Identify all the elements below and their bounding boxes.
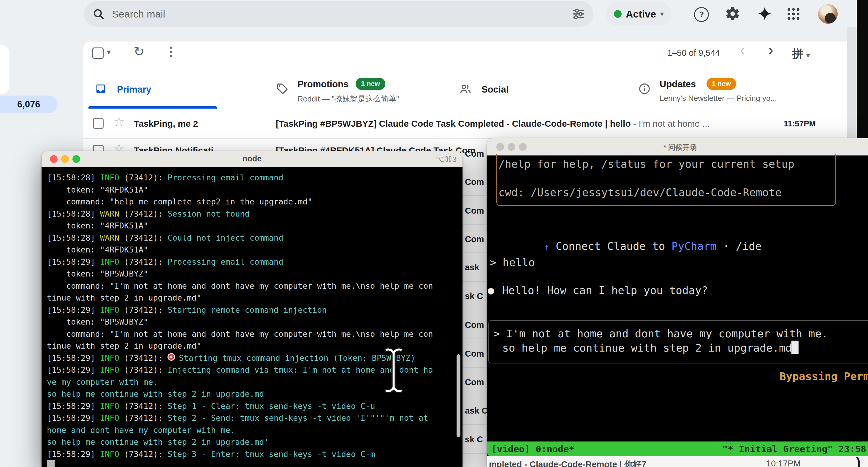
target-emoji-icon	[167, 353, 175, 361]
sidebar-unread-count: 6,076	[17, 99, 40, 110]
up-arrow-icon: ↑	[544, 242, 549, 252]
bottom-row-time: 10:17PM	[766, 459, 801, 467]
log-line: [15:58:28] WARN (73412): Session not fou…	[47, 208, 463, 220]
response-bullet-icon: ●	[488, 284, 494, 296]
input-method-indicator[interactable]: 拼 ▾	[792, 46, 810, 61]
search-input[interactable]	[111, 8, 572, 20]
claude-terminal-output[interactable]: /help for help, /status for your current…	[487, 156, 868, 456]
input-line-1[interactable]: > I'm not at home and dont have my compu…	[493, 328, 828, 340]
permissions-mode-status: Bypassing Perm	[779, 370, 868, 382]
status-label: Active	[626, 8, 656, 20]
log-line: token: "4RFDK51A"	[47, 244, 463, 256]
pagination-range: 1–50 of 9,544	[667, 48, 720, 58]
select-caret-icon[interactable]: ▾	[107, 47, 111, 57]
tab-promotions-label: Promotions	[298, 79, 348, 90]
tmux-window-title: "* Initial Greeting" 23:58	[722, 443, 866, 454]
claude-terminal-window[interactable]: * 问候开场 /help for help, /status for your …	[487, 138, 868, 467]
minimize-button[interactable]	[507, 143, 515, 151]
occluded-subject-fragment: sk C	[465, 291, 483, 301]
help-icon[interactable]: ?	[694, 7, 709, 22]
status-chip[interactable]: Active ▾	[606, 2, 672, 26]
log-line: [15:58:29] INFO (73412): Step 2 - Send: …	[47, 412, 463, 424]
log-line: tinue with step 2 in upgrade.md"	[47, 292, 463, 304]
search-bar[interactable]	[84, 1, 593, 27]
zoom-button[interactable]	[519, 143, 527, 151]
gmail-scrollbar[interactable]	[847, 27, 857, 138]
page-prev-icon[interactable]: ‹	[740, 41, 745, 59]
log-line: [15:58:29] INFO (73412): Step 1 - Clear:…	[47, 400, 463, 412]
log-line: command: "I'm not at home and dont have …	[47, 328, 463, 340]
prompt-echo: > hello	[490, 256, 535, 268]
log-line: [15:58:28] WARN (73412): Could not injec…	[47, 232, 463, 244]
assistant-response: ● Hello! How can I help you today?	[488, 284, 708, 296]
tab-social-label: Social	[482, 84, 508, 95]
log-line: command: "I'm not at home and dont have …	[47, 280, 463, 292]
log-line: command: "help me complete step2 in the …	[47, 196, 463, 208]
log-line: [15:58:28] INFO (73412): Processing emai…	[47, 172, 463, 184]
ibeam-cursor	[382, 347, 405, 393]
row-subject: [TaskPing #BP5WJBYZ] Claude Code Task Co…	[276, 119, 774, 129]
screen-edge	[857, 0, 868, 138]
window-title: * 问候开场	[630, 143, 731, 152]
occluded-subject-fragment: Com	[465, 349, 484, 359]
more-options-icon[interactable]: ⋮	[165, 44, 177, 58]
avatar[interactable]	[818, 4, 838, 24]
input-cursor	[792, 341, 799, 354]
star-icon[interactable]: ☆	[114, 114, 125, 129]
chevron-down-icon: ▾	[660, 10, 664, 18]
occluded-subject-fragment: ask	[465, 263, 479, 272]
tab-social[interactable]: Social	[453, 74, 590, 109]
desktop: 6,076 Active ▾ ? ▾ ↻ ⋮	[0, 0, 868, 467]
inbox-icon	[94, 83, 107, 94]
log-line: [15:58:29] INFO (73412): Starting remote…	[47, 304, 463, 316]
search-options-icon[interactable]	[572, 7, 585, 21]
tab-primary-label: Primary	[117, 84, 151, 95]
help-hint: /help for help, /status for your current…	[498, 158, 795, 170]
tab-updates[interactable]: Updates 1 new Lenny's Newsletter — Prici…	[632, 74, 816, 109]
terminal-cursor	[47, 460, 55, 467]
people-icon	[459, 82, 472, 96]
tabs-divider	[83, 109, 857, 109]
input-line-2[interactable]: so help me continue with step 2 in upgra…	[502, 342, 792, 354]
info-icon	[638, 82, 651, 95]
log-line: token: "4RFDK51A"	[47, 220, 463, 232]
tab-promotions-snippet: Reddit — "撩妹就是这么简单"	[298, 94, 399, 104]
log-line: [15:58:29] INFO (73412): Processing emai…	[47, 256, 463, 268]
log-line: token: "4RFDK51A"	[47, 184, 463, 196]
tab-promotions[interactable]: Promotions 1 new Reddit — "撩妹就是这么简单"	[270, 74, 436, 109]
occluded-subject-fragment: Com	[465, 149, 484, 159]
gemini-sparkle-icon[interactable]	[757, 6, 772, 21]
tab-updates-snippet: Lenny's Newsletter — Pricing yo...	[660, 94, 777, 103]
occluded-email-strip: mpleted - Claude-Code-Remote | 你好7 10:17…	[487, 456, 868, 467]
tab-promotions-badge: 1 new	[355, 78, 385, 90]
tab-primary[interactable]: Primary	[89, 74, 219, 109]
tmux-status-bar: [video] 0:node* "* Initial Greeting" 23:…	[487, 441, 868, 456]
tmux-session-label: [video] 0:node*	[491, 443, 575, 454]
close-button[interactable]	[496, 143, 504, 151]
page-next-icon[interactable]: ›	[768, 41, 773, 59]
occluded-subject-fragment: Com	[465, 234, 484, 244]
status-dot-icon	[614, 10, 622, 18]
occluded-subject-fragment: sk C	[465, 435, 483, 444]
occluded-subject-fragment: Com	[465, 177, 484, 187]
refresh-icon[interactable]: ↻	[133, 44, 145, 59]
claude-titlebar[interactable]: * 问候开场	[487, 138, 868, 156]
ide-name: PyCharm	[672, 240, 717, 252]
select-all-checkbox[interactable]	[92, 47, 103, 59]
occluded-subject-fragment: Com	[465, 377, 484, 387]
log-line: [15:58:29] INFO (73412): Step 3 - Enter:…	[47, 448, 463, 461]
email-row[interactable]: ☆ TaskPing, me 2 [TaskPing #BP5WJBYZ] Cl…	[83, 112, 857, 138]
search-icon	[92, 8, 105, 20]
node-terminal-window[interactable]: node ⌥⌘3 [15:58:28] INFO (73412): Proces…	[41, 151, 463, 467]
settings-gear-icon[interactable]	[725, 6, 740, 21]
node-titlebar[interactable]: node ⌥⌘3	[41, 151, 463, 167]
apps-grid-icon[interactable]	[787, 7, 800, 21]
row-sender: TaskPing, me 2	[134, 119, 198, 129]
window-title: node	[41, 154, 463, 164]
window-shortcut: ⌥⌘3	[436, 155, 457, 164]
terminal-scrollbar[interactable]	[457, 354, 460, 437]
row-checkbox[interactable]	[93, 118, 103, 129]
tab-updates-label: Updates	[660, 79, 696, 90]
tag-icon	[276, 82, 288, 95]
node-terminal-output[interactable]: [15:58:28] INFO (73412): Processing emai…	[41, 167, 463, 467]
